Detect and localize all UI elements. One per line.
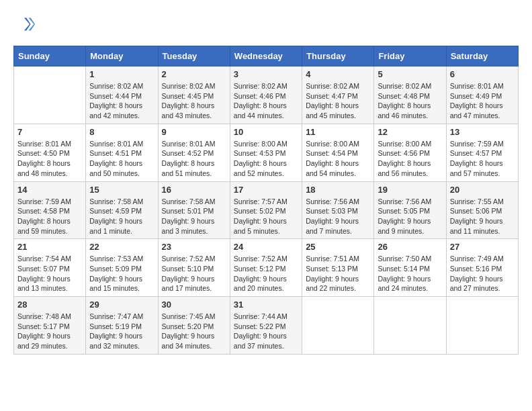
day-number: 9: [162, 127, 226, 137]
calendar-cell: 19Sunrise: 7:56 AM Sunset: 5:05 PM Dayli…: [374, 181, 446, 239]
calendar-cell: 3Sunrise: 8:02 AM Sunset: 4:46 PM Daylig…: [230, 66, 302, 124]
day-number: 10: [234, 127, 298, 137]
day-info: Sunrise: 7:59 AM Sunset: 4:58 PM Dayligh…: [17, 197, 82, 236]
week-row: 7Sunrise: 8:01 AM Sunset: 4:50 PM Daylig…: [14, 124, 519, 181]
day-number: 15: [89, 185, 154, 195]
calendar-cell: [14, 66, 86, 124]
day-info: Sunrise: 7:48 AM Sunset: 5:17 PM Dayligh…: [17, 312, 82, 351]
day-info: Sunrise: 7:56 AM Sunset: 5:03 PM Dayligh…: [306, 197, 370, 236]
calendar-cell: 4Sunrise: 8:02 AM Sunset: 4:47 PM Daylig…: [302, 66, 374, 124]
calendar-cell: 20Sunrise: 7:55 AM Sunset: 5:06 PM Dayli…: [446, 181, 518, 239]
calendar-cell: 24Sunrise: 7:52 AM Sunset: 5:12 PM Dayli…: [230, 239, 302, 297]
calendar-cell: 1Sunrise: 8:02 AM Sunset: 4:44 PM Daylig…: [86, 66, 158, 124]
day-number: 19: [378, 185, 442, 195]
calendar-cell: 9Sunrise: 8:01 AM Sunset: 4:52 PM Daylig…: [158, 124, 230, 181]
column-header-monday: Monday: [86, 46, 158, 66]
day-info: Sunrise: 8:01 AM Sunset: 4:51 PM Dayligh…: [89, 139, 154, 179]
calendar-table: SundayMondayTuesdayWednesdayThursdayFrid…: [13, 46, 519, 355]
calendar-cell: 11Sunrise: 8:00 AM Sunset: 4:54 PM Dayli…: [302, 124, 374, 181]
day-info: Sunrise: 7:45 AM Sunset: 5:20 PM Dayligh…: [162, 312, 226, 351]
day-info: Sunrise: 7:44 AM Sunset: 5:22 PM Dayligh…: [234, 312, 298, 351]
week-row: 14Sunrise: 7:59 AM Sunset: 4:58 PM Dayli…: [14, 181, 519, 239]
calendar-cell: 2Sunrise: 8:02 AM Sunset: 4:45 PM Daylig…: [158, 66, 230, 124]
day-info: Sunrise: 8:00 AM Sunset: 4:56 PM Dayligh…: [378, 139, 442, 179]
day-number: 6: [450, 69, 515, 79]
calendar-cell: 18Sunrise: 7:56 AM Sunset: 5:03 PM Dayli…: [302, 181, 374, 239]
day-info: Sunrise: 7:58 AM Sunset: 4:59 PM Dayligh…: [89, 197, 154, 236]
day-info: Sunrise: 7:56 AM Sunset: 5:05 PM Dayligh…: [378, 197, 442, 236]
logo-icon: [13, 13, 35, 35]
day-number: 22: [89, 242, 154, 252]
calendar-cell: 10Sunrise: 8:00 AM Sunset: 4:53 PM Dayli…: [230, 124, 302, 181]
day-number: 4: [306, 69, 370, 79]
day-info: Sunrise: 7:51 AM Sunset: 5:13 PM Dayligh…: [306, 254, 370, 293]
logo: [13, 13, 38, 35]
column-header-tuesday: Tuesday: [158, 46, 230, 66]
day-number: 7: [17, 127, 82, 137]
day-info: Sunrise: 8:00 AM Sunset: 4:54 PM Dayligh…: [306, 139, 370, 179]
day-number: 16: [162, 185, 226, 195]
day-number: 12: [378, 127, 442, 137]
calendar-cell: 6Sunrise: 8:01 AM Sunset: 4:49 PM Daylig…: [446, 66, 518, 124]
calendar-cell: 21Sunrise: 7:54 AM Sunset: 5:07 PM Dayli…: [14, 239, 86, 297]
day-number: 20: [450, 185, 515, 195]
day-info: Sunrise: 7:54 AM Sunset: 5:07 PM Dayligh…: [17, 254, 82, 293]
calendar-cell: 13Sunrise: 7:59 AM Sunset: 4:57 PM Dayli…: [446, 124, 518, 181]
calendar-cell: 5Sunrise: 8:02 AM Sunset: 4:48 PM Daylig…: [374, 66, 446, 124]
svg-marker-1: [24, 17, 31, 30]
day-number: 17: [234, 185, 298, 195]
day-info: Sunrise: 7:57 AM Sunset: 5:02 PM Dayligh…: [234, 197, 298, 236]
day-number: 5: [378, 69, 442, 79]
day-info: Sunrise: 7:52 AM Sunset: 5:12 PM Dayligh…: [234, 254, 298, 293]
calendar-cell: 31Sunrise: 7:44 AM Sunset: 5:22 PM Dayli…: [230, 297, 302, 355]
day-number: 21: [17, 242, 82, 252]
calendar-cell: 15Sunrise: 7:58 AM Sunset: 4:59 PM Dayli…: [86, 181, 158, 239]
day-info: Sunrise: 7:50 AM Sunset: 5:14 PM Dayligh…: [378, 254, 442, 293]
day-info: Sunrise: 8:02 AM Sunset: 4:48 PM Dayligh…: [378, 81, 442, 121]
day-number: 8: [89, 127, 154, 137]
calendar-cell: 27Sunrise: 7:49 AM Sunset: 5:16 PM Dayli…: [446, 239, 518, 297]
calendar-cell: 16Sunrise: 7:58 AM Sunset: 5:01 PM Dayli…: [158, 181, 230, 239]
day-number: 23: [162, 242, 226, 252]
day-info: Sunrise: 8:02 AM Sunset: 4:45 PM Dayligh…: [162, 81, 226, 121]
day-info: Sunrise: 8:02 AM Sunset: 4:46 PM Dayligh…: [234, 81, 298, 121]
calendar-cell: [446, 297, 518, 355]
day-number: 28: [17, 300, 82, 310]
calendar-cell: 12Sunrise: 8:00 AM Sunset: 4:56 PM Dayli…: [374, 124, 446, 181]
column-header-friday: Friday: [374, 46, 446, 66]
week-row: 1Sunrise: 8:02 AM Sunset: 4:44 PM Daylig…: [14, 66, 519, 124]
day-number: 1: [89, 69, 154, 79]
calendar-cell: 30Sunrise: 7:45 AM Sunset: 5:20 PM Dayli…: [158, 297, 230, 355]
page-header: [13, 13, 519, 35]
calendar-cell: 8Sunrise: 8:01 AM Sunset: 4:51 PM Daylig…: [86, 124, 158, 181]
week-row: 28Sunrise: 7:48 AM Sunset: 5:17 PM Dayli…: [14, 297, 519, 355]
day-number: 25: [306, 242, 370, 252]
calendar-cell: [302, 297, 374, 355]
day-number: 13: [450, 127, 515, 137]
day-number: 11: [306, 127, 370, 137]
day-info: Sunrise: 7:47 AM Sunset: 5:19 PM Dayligh…: [89, 312, 154, 351]
calendar-cell: 7Sunrise: 8:01 AM Sunset: 4:50 PM Daylig…: [14, 124, 86, 181]
day-info: Sunrise: 8:01 AM Sunset: 4:50 PM Dayligh…: [17, 139, 82, 179]
column-header-wednesday: Wednesday: [230, 46, 302, 66]
calendar-cell: 14Sunrise: 7:59 AM Sunset: 4:58 PM Dayli…: [14, 181, 86, 239]
calendar-cell: 28Sunrise: 7:48 AM Sunset: 5:17 PM Dayli…: [14, 297, 86, 355]
day-info: Sunrise: 7:53 AM Sunset: 5:09 PM Dayligh…: [89, 254, 154, 293]
day-info: Sunrise: 7:52 AM Sunset: 5:10 PM Dayligh…: [162, 254, 226, 293]
day-number: 3: [234, 69, 298, 79]
day-info: Sunrise: 8:01 AM Sunset: 4:52 PM Dayligh…: [162, 139, 226, 179]
day-info: Sunrise: 8:02 AM Sunset: 4:47 PM Dayligh…: [306, 81, 370, 121]
svg-marker-0: [28, 17, 35, 30]
header-row: SundayMondayTuesdayWednesdayThursdayFrid…: [14, 46, 519, 66]
calendar-cell: [374, 297, 446, 355]
calendar-cell: 23Sunrise: 7:52 AM Sunset: 5:10 PM Dayli…: [158, 239, 230, 297]
day-info: Sunrise: 7:49 AM Sunset: 5:16 PM Dayligh…: [450, 254, 515, 293]
day-number: 24: [234, 242, 298, 252]
day-number: 14: [17, 185, 82, 195]
week-row: 21Sunrise: 7:54 AM Sunset: 5:07 PM Dayli…: [14, 239, 519, 297]
day-number: 2: [162, 69, 226, 79]
day-info: Sunrise: 8:01 AM Sunset: 4:49 PM Dayligh…: [450, 81, 515, 121]
column-header-saturday: Saturday: [446, 46, 518, 66]
day-number: 27: [450, 242, 515, 252]
day-number: 31: [234, 300, 298, 310]
